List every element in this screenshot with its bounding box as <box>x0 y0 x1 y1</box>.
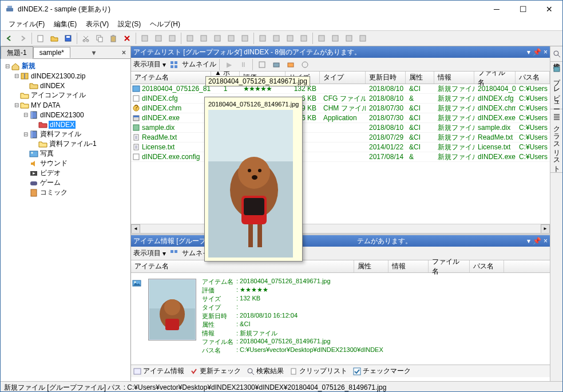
info-close-icon[interactable]: × <box>544 237 548 245</box>
tool-a-icon[interactable] <box>256 58 268 71</box>
toolbar-btn-14[interactable] <box>343 32 355 45</box>
grid-row[interactable]: dINDEX.cfg6 KBCFG ファイル2018/08/10&新規ファイルd… <box>131 94 550 104</box>
toolbar-btn-12[interactable] <box>315 32 328 45</box>
toolbar-btn-2[interactable] <box>166 32 179 45</box>
thumbnail-view-icon[interactable] <box>168 58 180 71</box>
toolbar-btn-0[interactable] <box>138 32 151 45</box>
tree-tab-sample[interactable]: sample* <box>33 47 70 58</box>
tree-row[interactable]: ゲーム <box>2 178 129 188</box>
tabstrip-close-icon[interactable]: × <box>120 49 128 57</box>
tree-row[interactable]: dINDEX <box>2 81 129 90</box>
menu-edit[interactable]: 編集(E) <box>49 18 81 30</box>
tree-row[interactable]: ⊟新規 <box>2 61 129 71</box>
menu-settings[interactable]: 設定(S) <box>113 18 145 30</box>
info-thumb-icon[interactable] <box>168 247 180 260</box>
col-header[interactable]: 更新日時 <box>366 72 406 84</box>
pane-pin-icon[interactable]: 📌 <box>533 48 541 56</box>
tree-expander-icon[interactable]: ⊟ <box>4 63 11 69</box>
info-dropdown-icon[interactable]: ▾ <box>527 237 530 245</box>
info-col-header[interactable]: パス名 <box>470 260 504 272</box>
tree-expander-icon[interactable]: ⊟ <box>22 112 29 118</box>
toolbar-btn-3[interactable] <box>184 32 196 45</box>
tree-row[interactable]: 写真 <box>2 149 129 159</box>
bottom-tab-clip[interactable]: クリップリスト <box>290 366 347 376</box>
col-header[interactable]: ファイル名 <box>474 72 516 84</box>
tool-c-icon[interactable] <box>284 58 297 71</box>
open-button[interactable] <box>48 32 61 45</box>
col-header[interactable]: 情報 <box>434 72 474 84</box>
tree-row[interactable]: コミック <box>2 188 129 197</box>
toolbar-btn-7[interactable] <box>239 32 251 45</box>
nav-fwd-button[interactable] <box>17 32 29 45</box>
toolbar-btn-15[interactable] <box>356 32 369 45</box>
pane-dropdown-icon[interactable]: ▾ <box>527 48 530 56</box>
tree-expander-icon[interactable]: ⊟ <box>13 73 20 79</box>
save-button[interactable] <box>62 32 74 45</box>
toolbar-btn-8[interactable] <box>256 32 269 45</box>
info-pin-icon[interactable]: 📌 <box>533 237 541 245</box>
tree-row[interactable]: ⊟dINDEX21300 <box>2 110 129 120</box>
tree-tab-untitled[interactable]: 無題-1 <box>1 46 33 59</box>
tool-b-icon[interactable] <box>270 58 283 71</box>
copy-button[interactable] <box>93 32 106 45</box>
tree-row[interactable]: ビデオ <box>2 168 129 178</box>
side-tab-search[interactable]: 検索 <box>550 46 562 62</box>
menu-view[interactable]: 表示(V) <box>81 18 113 30</box>
play-button[interactable]: ▶ <box>223 58 235 71</box>
side-tab-preview[interactable]: プレビュー <box>550 62 562 109</box>
menu-file[interactable]: ファイル(F) <box>4 18 49 30</box>
tree-row[interactable]: ⊟資料ファイル <box>2 129 129 139</box>
toolbar-btn-10[interactable] <box>284 32 296 45</box>
tabstrip-dropdown-icon[interactable]: ▾ <box>90 49 98 57</box>
close-button[interactable]: ✕ <box>536 1 562 18</box>
bottom-tab-update[interactable]: 更新チェック <box>190 366 241 376</box>
toolbar-btn-5[interactable] <box>211 32 224 45</box>
menu-help[interactable]: ヘルプ(H) <box>145 18 185 30</box>
col-header[interactable]: タイプ <box>320 72 366 84</box>
tool-d-icon[interactable] <box>299 58 311 71</box>
tree-expander-icon[interactable]: ⊟ <box>13 102 20 108</box>
tree-row[interactable]: ⊟dINDEX21300.zip <box>2 71 129 81</box>
grid-row[interactable]: ReadMe.txt2018/07/29&CI新規ファイルReadMe.txtC… <box>131 133 550 142</box>
tree-row[interactable]: サウンド <box>2 159 129 168</box>
pause-button[interactable]: ⏸ <box>237 58 249 71</box>
toolbar-btn-6[interactable] <box>225 32 237 45</box>
info-col-header[interactable]: 属性 <box>354 260 388 272</box>
tree-row[interactable]: 資料ファイル-1 <box>2 139 129 149</box>
grid-row[interactable]: dINDEX.exe.config2017/08/14&新規ファイルdINDEX… <box>131 152 550 162</box>
bottom-tab-info[interactable]: アイテム情報 <box>133 366 184 376</box>
grid-row[interactable]: ?dINDEX.chm9 KBCHM ファイル2018/07/30&CI新規ファ… <box>131 104 550 113</box>
new-button[interactable] <box>34 32 47 45</box>
col-header[interactable]: パス名 <box>516 72 550 84</box>
tree-row[interactable]: dINDEX <box>2 120 129 129</box>
delete-button[interactable] <box>121 32 133 45</box>
tree-row[interactable]: アイコンファイル <box>2 90 129 100</box>
col-header[interactable]: 属性 <box>406 72 434 84</box>
toolbar-btn-1[interactable] <box>152 32 165 45</box>
toolbar-btn-11[interactable] <box>298 32 310 45</box>
tree-expander-icon[interactable]: ⊟ <box>22 131 29 137</box>
item-grid[interactable]: アイテム名▲ ポジシ評価サイズタイプ更新日時属性情報ファイル名パス名 20180… <box>131 72 550 224</box>
toolbar-btn-13[interactable] <box>329 32 342 45</box>
view-dropdown-icon[interactable]: ▾ <box>162 61 166 69</box>
grid-row[interactable]: sample.dix2018/08/10&CI新規ファイルsample.dixC… <box>131 123 550 133</box>
maximize-button[interactable]: ☐ <box>510 1 536 18</box>
side-tab-classlist[interactable]: クラスリスト <box>550 109 562 173</box>
nav-back-button[interactable] <box>3 32 15 45</box>
info-col-header[interactable]: ファイル名 <box>429 260 470 272</box>
info-view-dropdown-icon[interactable]: ▾ <box>162 250 166 258</box>
grid-hscrollbar[interactable]: ◄► <box>131 224 550 233</box>
info-col-header[interactable]: 情報 <box>388 260 429 272</box>
col-header[interactable]: アイテム名 <box>131 72 211 84</box>
pane-close-icon[interactable]: × <box>544 48 548 56</box>
info-col-header[interactable]: アイテム名 <box>131 260 354 272</box>
minimize-button[interactable]: ─ <box>483 1 510 18</box>
tree-row[interactable]: ⊟MY DATA <box>2 100 129 110</box>
toolbar-btn-4[interactable] <box>197 32 210 45</box>
bottom-tab-check[interactable]: チェックマーク <box>353 366 411 376</box>
tree[interactable]: ⊟新規⊟dINDEX21300.zipdINDEXアイコンファイル⊟MY DAT… <box>1 59 130 381</box>
toolbar-btn-9[interactable] <box>270 32 283 45</box>
bottom-tab-search[interactable]: 検索結果 <box>247 366 284 376</box>
paste-button[interactable] <box>107 32 120 45</box>
grid-row[interactable]: License.txt2014/01/22&CI新規ファイルLicense.tx… <box>131 142 550 152</box>
